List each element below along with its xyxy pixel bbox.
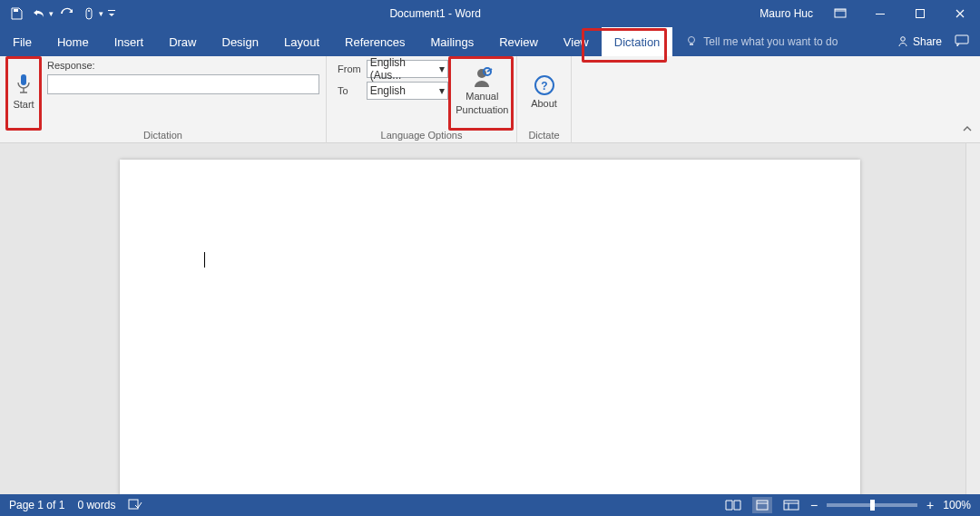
ribbon-group-language: From English (Aus... ▾ To English ▾ [327,56,517,143]
spellcheck-icon[interactable] [128,498,142,513]
start-label: Start [13,99,34,111]
about-label: About [531,98,557,110]
undo-button[interactable] [29,3,51,24]
svg-rect-5 [876,14,885,15]
share-button[interactable]: Share [897,35,942,48]
ribbon-tabs: File Home Insert Draw Design Layout Refe… [0,27,980,56]
start-dictation-button[interactable]: Start [5,60,42,123]
tab-file[interactable]: File [0,27,44,56]
to-language-dropdown[interactable]: English ▾ [367,82,448,100]
tab-design[interactable]: Design [210,27,271,56]
svg-rect-18 [784,501,799,510]
tab-view[interactable]: View [551,27,602,56]
tell-me-placeholder: Tell me what you want to do [703,35,838,48]
window-minimize-button[interactable] [860,0,900,27]
collapse-ribbon-button[interactable] [962,123,973,137]
ribbon-group-dictate: ? About Dictate [517,56,572,143]
status-words[interactable]: 0 words [77,499,115,511]
svg-point-1 [88,10,90,12]
to-label: To [338,85,361,96]
chevron-down-icon: ▾ [439,63,445,75]
web-layout-button[interactable] [781,497,801,513]
microphone-icon [15,73,33,97]
svg-rect-16 [757,501,768,510]
status-page[interactable]: Page 1 of 1 [9,499,64,511]
svg-rect-10 [21,74,26,85]
tab-references[interactable]: References [332,27,417,56]
from-language-value: English (Aus... [370,56,439,82]
document-area [0,143,980,494]
tab-draw[interactable]: Draw [156,27,209,56]
save-button[interactable] [5,3,27,24]
zoom-in-button[interactable]: + [926,498,934,512]
ribbon-group-label-dictate: Dictate [517,130,571,143]
qat-customize-button[interactable] [105,3,118,24]
svg-rect-9 [956,35,968,44]
tab-review[interactable]: Review [486,27,551,56]
tab-mailings[interactable]: Mailings [418,27,487,56]
tab-insert[interactable]: Insert [102,27,157,56]
title-bar: ▾ ▾ Document1 - Word Mauro Huc [0,0,980,27]
svg-text:?: ? [541,80,547,92]
ribbon-group-dictation: Start Response: Dictation [0,56,327,143]
vertical-scrollbar[interactable] [965,143,980,494]
tab-dictation[interactable]: Dictation [602,27,673,56]
touch-mouse-mode-button[interactable] [79,3,101,24]
zoom-level[interactable]: 100% [943,499,971,511]
response-input[interactable] [47,74,319,94]
response-label: Response: [47,60,319,71]
svg-point-8 [901,37,906,42]
zoom-out-button[interactable]: − [810,498,818,512]
from-language-dropdown[interactable]: English (Aus... ▾ [367,60,448,78]
manual-punctuation-button[interactable]: Manual Punctuation [454,60,511,123]
chevron-down-icon: ▾ [439,84,445,97]
share-area: Share [897,34,980,50]
svg-rect-0 [14,9,18,12]
undo-dropdown[interactable]: ▾ [49,9,54,18]
read-mode-button[interactable] [723,497,743,513]
ribbon: Start Response: Dictation From English (… [0,56,980,143]
zoom-slider[interactable] [827,503,917,507]
zoom-thumb[interactable] [870,500,875,511]
svg-point-7 [689,37,695,44]
comments-button[interactable] [955,34,969,50]
lightbulb-icon [685,35,698,48]
print-layout-button[interactable] [752,497,772,513]
svg-rect-15 [129,500,138,509]
window-title: Document1 - Word [118,7,752,20]
manual-label-2: Punctuation [456,104,508,116]
text-cursor [204,252,205,268]
about-icon: ? [534,74,555,96]
redo-button[interactable] [55,3,77,24]
svg-rect-2 [108,10,115,11]
share-label: Share [913,35,942,48]
tell-me-search[interactable]: Tell me what you want to do [672,35,897,48]
title-right: Mauro Huc [752,0,980,27]
to-language-value: English [370,84,406,97]
manual-label-1: Manual [466,91,498,102]
comment-icon [955,34,969,47]
window-maximize-button[interactable] [900,0,940,27]
share-icon [897,35,909,48]
tab-layout[interactable]: Layout [271,27,332,56]
status-bar: Page 1 of 1 0 words − + 100% [0,494,980,516]
ribbon-group-label-dictation: Dictation [0,130,326,143]
quick-access-toolbar: ▾ ▾ [0,3,118,24]
from-label: From [338,63,361,74]
touch-dropdown[interactable]: ▾ [99,9,103,18]
about-button[interactable]: ? About [523,60,565,123]
ribbon-display-options-button[interactable] [820,0,860,27]
svg-rect-4 [835,9,846,12]
manual-punctuation-icon [470,67,494,89]
document-page[interactable] [120,160,860,494]
tab-home[interactable]: Home [44,27,102,56]
ribbon-group-label-language: Language Options [327,130,516,143]
svg-rect-6 [916,10,925,18]
window-close-button[interactable] [940,0,980,27]
user-name[interactable]: Mauro Huc [752,7,820,20]
